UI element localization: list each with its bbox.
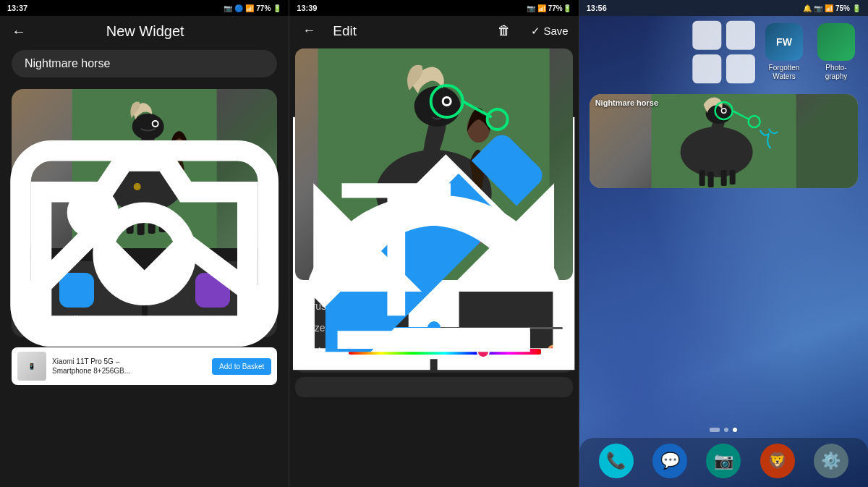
undo-tool[interactable]	[480, 384, 491, 390]
svg-point-29	[488, 109, 508, 130]
dock-messages-button[interactable]: 💬	[652, 444, 687, 478]
camera-label: Camera	[193, 313, 231, 326]
page-dot-3	[733, 428, 737, 432]
dock-settings-button[interactable]: ⚙️	[814, 444, 848, 478]
svg-point-37	[680, 127, 752, 177]
homescreen-body: FW ForgottenWaters Photo-graphy Nightmar…	[579, 16, 868, 487]
svg-point-9	[171, 135, 188, 156]
fw-app-icon: FW	[765, 23, 803, 61]
camera-button[interactable]: Camera	[148, 261, 278, 337]
fw-app-label: ForgottenWaters	[769, 64, 800, 81]
back-button[interactable]: ←	[12, 23, 26, 40]
horse-image	[12, 89, 277, 248]
nightmare-horse-widget[interactable]: Nightmare horse	[590, 94, 858, 188]
svg-point-1	[105, 154, 184, 212]
time-3: 13:56	[587, 4, 607, 12]
panel-edit: 13:39 📷 📶 77%🔋 ← Edit 🗑 ✓ Save	[289, 0, 579, 487]
app-icon-forgotten-waters[interactable]: FW ForgottenWaters	[762, 23, 806, 81]
eraser-tool[interactable]	[326, 384, 337, 390]
svg-point-27	[431, 85, 463, 117]
edit-back-button[interactable]: ←	[299, 22, 318, 40]
edit-canvas[interactable]	[295, 48, 572, 280]
brush-row: Brush	[305, 296, 562, 316]
svg-rect-35	[726, 54, 755, 83]
svg-rect-24	[435, 226, 446, 263]
svg-rect-41	[699, 170, 705, 186]
gallery-label: Gallery	[59, 313, 94, 326]
pen-tool[interactable]	[377, 384, 388, 390]
page-dot-2	[724, 428, 728, 432]
status-icons-2: 📷 📶 77%🔋	[527, 4, 571, 12]
save-button[interactable]: ✓ Save	[531, 25, 568, 38]
app-icons-grid: FW ForgottenWaters Photo-graphy	[579, 16, 868, 88]
ad-cta-button[interactable]: Add to Basket	[212, 358, 271, 375]
save-label: Save	[543, 25, 568, 37]
status-bar-3: 13:56 🔔 📷 📶 75% 🔋	[579, 0, 868, 16]
camera-icon	[195, 273, 230, 308]
svg-rect-25	[451, 226, 462, 262]
app-dock: 📞 💬 📷 🦁 ⚙️	[579, 438, 868, 487]
svg-point-10	[134, 183, 141, 190]
edit-title: Edit	[333, 23, 489, 39]
svg-rect-22	[398, 226, 409, 266]
svg-point-3	[152, 120, 159, 127]
app-icon-photography[interactable]: Photo-graphy	[814, 23, 858, 81]
svg-rect-34	[692, 54, 721, 83]
status-icons-3: 🔔 📷 📶 75% 🔋	[803, 4, 861, 12]
svg-rect-23	[414, 228, 425, 268]
size-thumb[interactable]	[427, 321, 441, 334]
compare-button[interactable]	[519, 30, 525, 33]
gallery-button[interactable]: Gallery	[12, 261, 142, 337]
svg-line-28	[463, 101, 492, 117]
svg-point-45	[715, 102, 732, 119]
dock-brave-button[interactable]: 🦁	[760, 444, 795, 478]
svg-rect-36	[651, 94, 796, 188]
widget-name-input[interactable]	[12, 50, 277, 77]
color-thumb[interactable]	[477, 345, 490, 358]
advertisement: 📱 Xiaomi 11T Pro 5G – Smartphone 8+256GB…	[12, 347, 277, 385]
svg-rect-44	[729, 170, 735, 185]
widget-name-wrap	[0, 44, 289, 83]
page-title-1: New Widget	[35, 23, 255, 40]
dock-phone-button[interactable]: 📞	[599, 444, 634, 478]
brush-color-indicator	[347, 302, 354, 310]
svg-point-39	[720, 108, 726, 114]
svg-point-18	[376, 150, 492, 237]
svg-point-4	[153, 122, 158, 126]
time-2: 13:39	[297, 4, 317, 12]
svg-rect-32	[692, 21, 721, 50]
svg-rect-43	[720, 170, 726, 186]
size-label: Size	[305, 322, 341, 334]
redo-tool[interactable]	[531, 384, 542, 390]
svg-rect-6	[137, 205, 145, 235]
widget-title: Nightmare horse	[595, 98, 658, 107]
panel-homescreen: 13:56 🔔 📷 📶 75% 🔋 FW ForgottenWaters Pho…	[579, 0, 868, 487]
p1-header: ← New Widget	[0, 16, 289, 44]
photo-app-label: Photo-graphy	[825, 64, 848, 81]
svg-point-40	[722, 109, 726, 113]
time-1: 13:37	[7, 4, 27, 12]
status-bar-2: 13:39 📷 📶 77%🔋	[289, 0, 578, 16]
svg-rect-5	[127, 205, 134, 234]
page-dot-1	[710, 428, 720, 432]
svg-rect-8	[159, 205, 166, 232]
widget-preview-image	[12, 89, 277, 248]
color-slider[interactable]	[349, 344, 540, 359]
delete-button[interactable]: 🗑	[495, 22, 514, 40]
svg-point-2	[132, 114, 164, 140]
ad-text: Xiaomi 11T Pro 5G – Smartphone 8+256GB..…	[52, 357, 206, 376]
photo-app-icon	[817, 23, 855, 61]
svg-point-38	[705, 103, 731, 124]
svg-point-21	[444, 98, 450, 104]
page-dots	[579, 422, 868, 438]
dock-camera-button[interactable]: 📷	[706, 444, 741, 478]
drawing-overlay	[295, 48, 572, 280]
panel-new-widget: 13:37 📷 🔵 📶 77% 🔋 ← New Widget	[0, 0, 289, 487]
svg-rect-33	[726, 21, 755, 50]
size-slider[interactable]	[349, 321, 562, 335]
svg-line-46	[732, 111, 749, 119]
svg-rect-17	[318, 48, 550, 280]
widget-image	[590, 94, 858, 188]
palette-button[interactable]: 🎨	[547, 344, 563, 360]
text-tool[interactable]: T	[428, 384, 440, 390]
